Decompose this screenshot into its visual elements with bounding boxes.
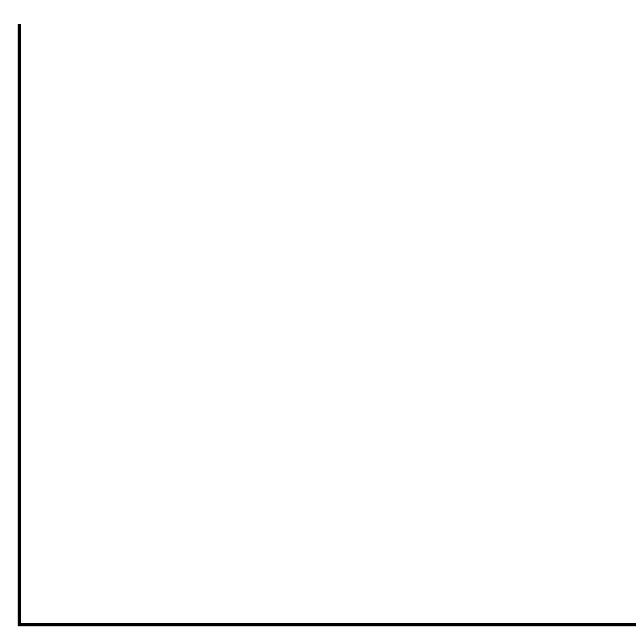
plot-area xyxy=(18,24,636,626)
bottleneck-curve xyxy=(21,24,636,626)
